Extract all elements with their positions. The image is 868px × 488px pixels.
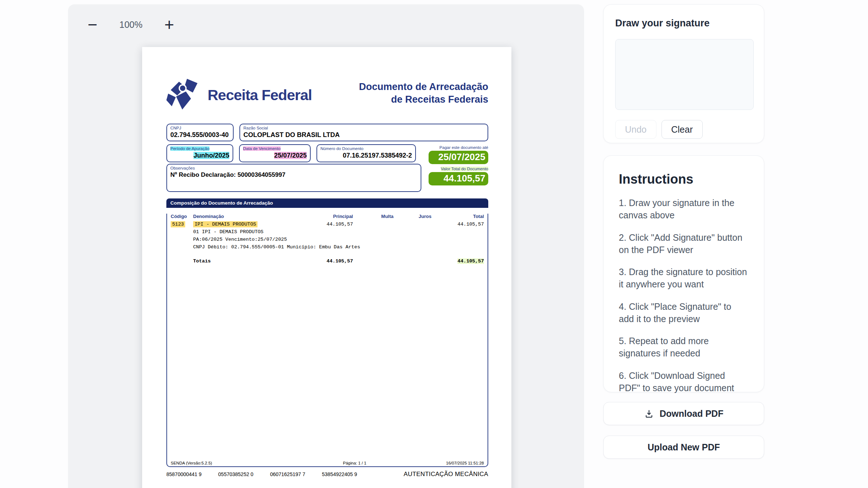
logo-text: Receita Federal [208, 87, 312, 104]
upload-pdf-label: Upload New PDF [647, 442, 720, 453]
instructions-card: Instructions 1. Draw your signature in t… [603, 155, 764, 392]
razao-social-value: COLOPLAST DO BRASIL LTDA [243, 131, 484, 139]
periodo-apuracao-label: Período de Apuração [170, 146, 229, 151]
upload-pdf-button[interactable]: Upload New PDF [603, 436, 764, 459]
composicao-section-header: Composição do Documento de Arrecadação [166, 198, 488, 208]
valor-total-value-badge: 44.105,57 [429, 172, 488, 185]
zoom-toolbar: − 100% + [83, 15, 179, 34]
barcode-numbers-row: 85870000441 9 05570385252 0 06071625197 … [166, 471, 488, 478]
signature-card: Draw your signature Undo Clear [603, 4, 764, 143]
document-title: Documento de Arrecadação de Receitas Fed… [359, 81, 488, 106]
signature-card-title: Draw your signature [615, 18, 752, 29]
instruction-step: 2. Click "Add Signature" button on the P… [619, 231, 749, 256]
page-indicator: Página: 1 / 1 [343, 461, 366, 465]
razao-social-label: Razão Social [243, 125, 484, 131]
data-vencimento-label: Data de Vencimento [243, 146, 307, 151]
pdf-viewer-panel: − 100% + [68, 4, 584, 488]
clear-button[interactable]: Clear [661, 120, 703, 139]
col-multa: Multa [353, 214, 393, 219]
table-detail-line: 01 IPI - DEMAIS PRODUTOS [171, 229, 484, 235]
row-principal: 44.105,57 [299, 222, 353, 227]
instruction-step: 1. Draw your signature in the canvas abo… [619, 197, 749, 222]
signature-actions: Undo Clear [615, 120, 752, 139]
zoom-level: 100% [119, 20, 142, 30]
periodo-apuracao-field: Período de Apuração Junho/2025 [166, 144, 233, 162]
row-total: 44.105,57 [431, 222, 484, 227]
fields-row-1: CNPJ 02.794.555/0003-40 Razão Social COL… [166, 124, 488, 141]
download-pdf-label: Download PDF [660, 408, 723, 419]
periodo-apuracao-value: Junho/2025 [170, 151, 229, 160]
pdf-page: Receita Federal Documento de Arrecadação… [142, 47, 511, 488]
barcode-number: 05570385252 0 [218, 471, 253, 477]
row-codigo: 5123 [171, 222, 193, 227]
row-denominacao: IPI - DEMAIS PRODUTOS [193, 222, 299, 227]
instruction-step: 3. Drag the signature to position it any… [619, 266, 749, 291]
signature-canvas[interactable] [615, 39, 754, 110]
totais-label: Totais [193, 258, 299, 264]
fields-rows-2-3: Período de Apuração Junho/2025 Data de V… [166, 144, 488, 192]
download-pdf-button[interactable]: Download PDF [603, 402, 764, 425]
cnpj-field: CNPJ 02.794.555/0003-40 [166, 124, 234, 141]
table-detail-line: PA:06/2025 Vencimento:25/07/2025 [171, 237, 484, 242]
download-icon [644, 409, 654, 419]
zoom-in-button[interactable]: + [160, 15, 179, 34]
table-header-row: Código Denominação Principal Multa Juros… [171, 214, 484, 219]
pagar-ate-label: Pagar este documento até [429, 145, 488, 150]
numero-documento-value: 07.16.25197.5385492-2 [320, 151, 412, 160]
totais-total: 44.105,57 [431, 258, 484, 264]
data-vencimento-value: 25/07/2025 [243, 151, 307, 160]
undo-button[interactable]: Undo [615, 120, 656, 139]
observacoes-field: Observações Nº Recibo Declaração: 500003… [166, 164, 421, 192]
observacoes-label: Observações [170, 166, 417, 171]
cnpj-value: 02.794.555/0003-40 [170, 131, 230, 139]
valor-total-label: Valor Total do Documento [429, 167, 488, 171]
table-detail-line: CNPJ Débito: 02.794.555/0005-01 Municípi… [171, 244, 484, 250]
darf-document: Receita Federal Documento de Arrecadação… [166, 47, 488, 488]
barcode-number: 06071625197 7 [270, 471, 305, 477]
receita-federal-logo: Receita Federal [166, 78, 312, 112]
autenticacao-mecanica-label: AUTENTICAÇÃO MECÂNICA [404, 471, 488, 478]
footer-datetime: 16/07/2025 11:51:28 [446, 461, 484, 465]
senda-version: SENDA (Versão:5.2.5) [171, 461, 212, 465]
instructions-title: Instructions [619, 172, 749, 187]
col-total: Total [431, 214, 484, 219]
col-juros: Juros [393, 214, 431, 219]
totais-row: Totais 44.105,57 44.105,57 [171, 258, 484, 264]
document-footer-row: SENDA (Versão:5.2.5) Página: 1 / 1 16/07… [171, 461, 484, 465]
instruction-step: 6. Click "Download Signed PDF" to save y… [619, 369, 749, 394]
numero-documento-field: Número do Documento 07.16.25197.5385492-… [316, 144, 416, 162]
table-row: 5123 IPI - DEMAIS PRODUTOS 44.105,57 44.… [171, 222, 484, 227]
col-denominacao: Denominação [193, 214, 299, 219]
cnpj-label: CNPJ [170, 125, 230, 131]
pagar-ate-value-badge: 25/07/2025 [429, 151, 488, 164]
instruction-step: 5. Repeat to add more signatures if need… [619, 335, 749, 360]
col-codigo: Código [171, 214, 193, 219]
zoom-out-button[interactable]: − [83, 15, 102, 34]
totais-principal: 44.105,57 [299, 258, 353, 264]
instruction-step: 4. Click "Place Signature" to add it to … [619, 300, 749, 325]
observacoes-value: Nº Recibo Declaração: 50000364055997 [170, 171, 417, 179]
numero-documento-label: Número do Documento [320, 146, 412, 151]
barcode-number: 53854922405 9 [322, 471, 357, 477]
document-header: Receita Federal Documento de Arrecadação… [166, 78, 488, 113]
razao-social-field: Razão Social COLOPLAST DO BRASIL LTDA [239, 124, 488, 141]
col-principal: Principal [299, 214, 353, 219]
data-vencimento-field: Data de Vencimento 25/07/2025 [239, 144, 311, 162]
payment-column: Pagar este documento até 25/07/2025 Valo… [429, 145, 488, 185]
barcode-number: 85870000441 9 [166, 471, 201, 477]
receita-federal-logo-icon [166, 78, 203, 112]
composicao-table: Código Denominação Principal Multa Juros… [166, 214, 488, 467]
